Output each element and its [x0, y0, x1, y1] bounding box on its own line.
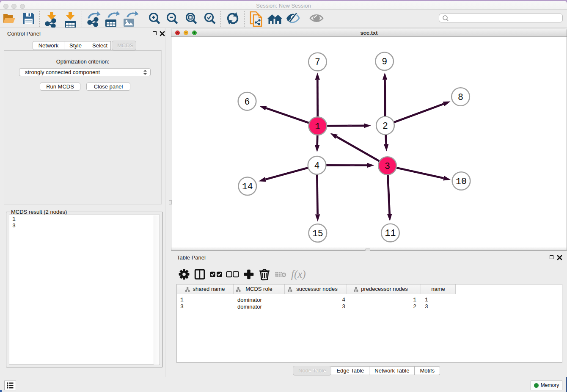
svg-text:10: 10 — [456, 177, 467, 187]
svg-text:3: 3 — [385, 161, 390, 171]
svg-text:7: 7 — [315, 57, 320, 67]
svg-text:9: 9 — [382, 57, 387, 67]
svg-text:8: 8 — [458, 92, 463, 102]
svg-text:15: 15 — [312, 229, 323, 239]
svg-text:14: 14 — [242, 182, 253, 192]
svg-text:1: 1 — [315, 121, 320, 132]
svg-text:2: 2 — [383, 121, 388, 131]
svg-text:4: 4 — [314, 161, 320, 171]
svg-text:6: 6 — [245, 97, 250, 107]
svg-text:11: 11 — [385, 228, 396, 238]
svg-text:f(x): f(x) — [291, 268, 306, 280]
